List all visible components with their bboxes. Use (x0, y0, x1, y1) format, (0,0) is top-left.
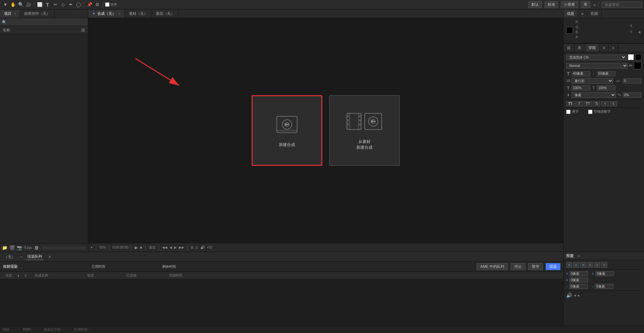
frame-back-btn[interactable]: ◀◀ (162, 246, 167, 249)
tool-select[interactable]: ▼ (2, 1, 9, 8)
center-bottom-toolbar: ✦ 50% 0:00:00:00 ▶ ◆ 素流 ◀◀ ◀ ▶ ▶▶ ⊞ ◎ 🔊 … (88, 243, 563, 252)
align-left-btn[interactable]: ≡ (566, 262, 572, 268)
indent-first-input[interactable] (570, 278, 588, 283)
baseline-input[interactable] (623, 92, 641, 98)
char-color-swatch[interactable] (634, 62, 641, 69)
tsumi-label: VA (615, 79, 621, 83)
rq-menu-icon[interactable]: ≡ (47, 254, 52, 259)
audio-btn[interactable]: 🔊 (200, 246, 204, 249)
align-justify-btn[interactable]: ≡ (587, 262, 593, 268)
space-before-input[interactable] (569, 284, 588, 289)
workspace-small[interactable]: 小屏幕 (561, 1, 578, 8)
char-menu-icon[interactable]: ≡ (600, 44, 609, 51)
para-menu-icon[interactable]: ≡ (578, 254, 580, 258)
italic-btn[interactable]: T (575, 101, 583, 106)
play-btn[interactable]: ▶ (135, 245, 138, 250)
indent-left-input[interactable] (570, 271, 588, 276)
caps-btn[interactable]: TT (584, 101, 592, 106)
audio-tab[interactable]: 音频 (587, 10, 602, 17)
tool-pin[interactable]: 📌 (86, 1, 93, 8)
space-before-icon: ↑ (566, 285, 568, 288)
workspace-default[interactable]: 默认 (528, 1, 542, 8)
grid-view-btn[interactable]: ⊞ (191, 246, 193, 249)
zoom-level[interactable]: 50% (99, 246, 106, 249)
new-composition-button[interactable]: 新建合成 (252, 95, 322, 166)
new-comp-small-icon[interactable]: 🎬 (9, 245, 15, 250)
small-caps-btn[interactable]: Tr (593, 101, 600, 106)
layer-tab[interactable]: 图层（无） (152, 10, 179, 17)
none-tab[interactable]: （无） (3, 254, 17, 260)
workspace-standard[interactable]: 标准 (545, 1, 558, 8)
edit-icon[interactable]: ✏ (629, 63, 633, 68)
tool-zoom[interactable]: 🔍 (18, 1, 24, 8)
leading-input[interactable] (597, 71, 615, 76)
tracking-input[interactable] (623, 78, 641, 83)
workspace-library[interactable]: 库 (581, 1, 590, 8)
tool-clone[interactable]: ◯ (75, 1, 82, 8)
bold-btn[interactable]: TT (566, 101, 574, 106)
render-queue-tab[interactable]: 渲染队列 (26, 253, 43, 260)
help-search[interactable] (602, 2, 642, 8)
tool-rect[interactable]: ⬜ (36, 1, 43, 8)
font-family-select[interactable]: 思源黑体 CN (566, 54, 626, 60)
font-size-input[interactable] (572, 71, 590, 76)
play-fwd-btn[interactable]: ▶ (174, 246, 177, 249)
frame-fwd-btn[interactable]: ▶▶ (179, 246, 184, 249)
tool-camera[interactable]: 🎥 (25, 1, 32, 8)
char-extend-icon[interactable]: » (609, 44, 618, 51)
tool-hand[interactable]: ✋ (10, 1, 17, 8)
tool-shape[interactable]: ◇ (60, 1, 66, 8)
stroke-swatch[interactable] (628, 54, 634, 60)
h-scale-input[interactable] (572, 85, 590, 90)
grid-icon[interactable]: ⊞ (81, 27, 85, 33)
zhuzi-checkbox[interactable] (566, 110, 571, 114)
sep3 (131, 245, 132, 250)
diamond-btn[interactable]: ◆ (140, 246, 142, 249)
font-style-select[interactable]: Normal (566, 63, 628, 69)
trash-icon[interactable]: 🗑 (34, 245, 39, 250)
new-folder-icon[interactable]: 📁 (2, 245, 7, 250)
effects-tab[interactable]: 效果控件（无） (20, 10, 55, 17)
step-back-btn[interactable]: ◀ (169, 246, 172, 249)
time-display[interactable]: 0:00:00:00 (112, 246, 128, 249)
pause-btn[interactable]: 暂停 (528, 263, 543, 270)
library-tab[interactable]: 库 (574, 44, 585, 52)
ame-queue-btn[interactable]: AME 中的队列 (477, 263, 508, 270)
footage-icon[interactable]: 📷 (17, 245, 22, 250)
project-tab[interactable]: 项目 ≡ (0, 10, 20, 17)
footage-tab[interactable]: 素材（无） (125, 10, 152, 17)
align-right-btn[interactable]: ≡ (580, 262, 586, 268)
project-search-input[interactable] (0, 18, 88, 26)
left-panel-tabs: 项目 ≡ 效果控件（无） (0, 9, 88, 18)
stop-btn[interactable]: 停止 (511, 263, 525, 270)
tool-text[interactable]: T (44, 1, 51, 8)
baseline-row: ⬍ 像素 % (566, 92, 641, 98)
settings-tab[interactable]: 设 (564, 44, 574, 52)
v-scale-input[interactable] (597, 85, 615, 90)
sub-btn[interactable]: T, (610, 101, 617, 106)
from-footage-button[interactable]: 从素材 新建合成 (329, 95, 400, 166)
tool-brush[interactable]: ✒ (67, 1, 74, 8)
align-justify-center-btn[interactable]: ≡ (594, 262, 600, 268)
time-used-label: 已用时间： (74, 327, 91, 332)
info-tab[interactable]: 信息 (564, 10, 578, 17)
color-swatch[interactable] (566, 27, 573, 34)
space-after-input[interactable] (595, 284, 613, 289)
align-checkbox[interactable] (105, 2, 109, 7)
tool-puppet[interactable]: ⚙ (94, 1, 101, 8)
render-btn[interactable]: 渲染 (546, 263, 560, 270)
composition-tab[interactable]: ✦ 合成（无） ≡ (88, 10, 125, 17)
info-menu-icon[interactable]: ≡ (578, 10, 587, 17)
tool-pen[interactable]: ✏ (52, 1, 59, 8)
super-btn[interactable]: T (601, 101, 609, 106)
india-checkbox[interactable] (588, 110, 592, 114)
align-justify-all-btn[interactable]: ≡ (601, 262, 607, 268)
indent-right-input[interactable] (595, 271, 614, 276)
character-tab[interactable]: 字符 (585, 44, 600, 52)
baseline-select[interactable]: 像素 (572, 92, 616, 98)
guide-btn[interactable]: ◎ (195, 246, 198, 249)
fill-swatch[interactable] (635, 54, 641, 60)
align-center-btn[interactable]: ≡ (573, 262, 579, 268)
kerning-select[interactable]: 量行距 (572, 78, 613, 84)
col-render: 渲染 (3, 273, 15, 278)
